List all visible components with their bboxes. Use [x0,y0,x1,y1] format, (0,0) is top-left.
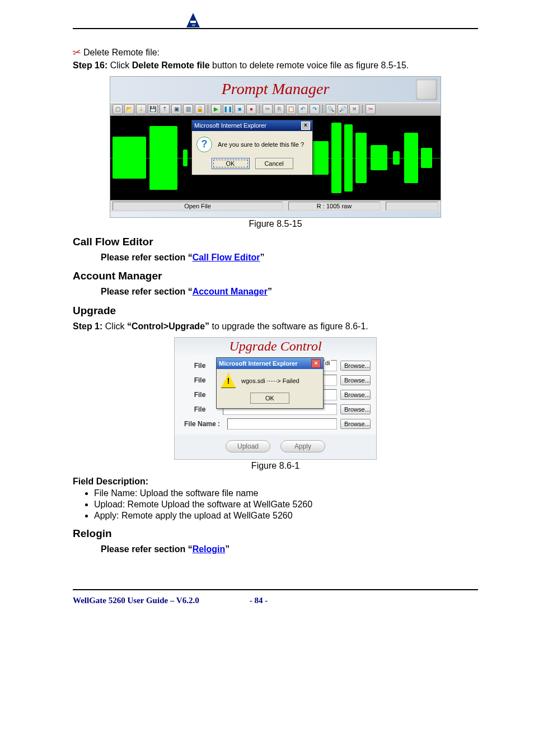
link-call-flow-editor[interactable]: Call Flow Editor [193,253,260,262]
tb-copysel-icon[interactable]: ▥ [183,104,193,114]
step1-label: Step 1: [73,321,102,331]
prompt-manager-title: Prompt Manager [222,80,330,97]
heading-account-manager: Account Manager [73,270,478,282]
cfe-text-a: Please refer section “ [101,253,193,262]
step1-text-a: Click [102,321,127,331]
tb-delete-remote-icon[interactable]: ✂ [366,104,376,114]
file-label-2: File [180,391,219,399]
close-icon[interactable]: × [301,122,310,130]
prompt-manager-toolbar: ▢ 📂 ⇣ 💾 ⇡ ▣ ▥ 🔒 ▶ ❚❚ ■ ● ✂ ⎘ 📋 ↶ ↷ [110,102,441,116]
dialog-title: Microsoft Internet Explorer [194,122,266,129]
svg-rect-0 [190,21,196,23]
field-desc-item-2: Apply: Remote apply the upload at WellGa… [94,511,478,521]
confirm-delete-dialog: Microsoft Internet Explorer × ? Are you … [191,120,313,175]
status-empty [386,202,438,211]
tb-record-icon[interactable]: ● [246,104,256,114]
file-label-1: File [180,376,219,384]
up-dialog-title: Microsoft Internet Explorer [219,360,298,367]
figure-8-6-1: Upgrade Control File Browse... File Brow… [73,337,478,471]
waveform-area: Microsoft Internet Explorer × ? Are you … [110,116,441,200]
field-desc-item-1: Upload: Remote Upload the software at We… [94,500,478,510]
file-label-3: File [180,405,219,413]
ok-button[interactable]: OK [250,393,289,404]
close-icon[interactable]: × [311,359,321,368]
tb-stop-icon[interactable]: ■ [235,104,245,114]
relogin-text-b: ” [225,544,229,554]
upgrade-control-title: Upgrade Control [175,338,376,357]
tb-new-icon[interactable]: ▢ [113,104,123,114]
tb-open-icon[interactable]: 📂 [124,104,134,114]
file-label-0: File [180,362,219,370]
field-desc-item-0: File Name: Upload the software file name [94,488,478,498]
step1-text-b: to upgrade the software as figure 8.6-1. [209,321,368,331]
tb-copywin-icon[interactable]: ▣ [171,104,181,114]
scissors-icon: ✂ [72,45,82,60]
footer-page: - 84 - [250,596,268,605]
tb-play-icon[interactable]: ▶ [211,104,221,114]
cfe-text-b: ” [260,253,265,262]
tb-save-icon[interactable]: 💾 [148,104,158,114]
welltech-logo-icon: W [182,10,204,32]
tb-zoomin-icon[interactable]: 🔍 [326,104,336,114]
heading-relogin: Relogin [73,528,478,540]
status-right: R : 1005 raw [288,202,380,211]
tb-pause-icon[interactable]: ❚❚ [223,104,233,114]
input-trailing-text: di [325,360,331,366]
field-description-heading: Field Description: [73,475,478,488]
file-name-label: File Name : [180,420,224,428]
tb-cut-icon[interactable]: ✂ [263,104,273,114]
browse-button-2[interactable]: Browse... [340,390,371,400]
heading-call-flow-editor: Call Flow Editor [73,236,478,248]
dialog-message: Are you sure to delete this file ? [218,141,304,148]
apply-button[interactable]: Apply [280,440,325,452]
figure-8-6-1-caption: Figure 8.6-1 [73,461,478,471]
upload-button[interactable]: Upload [226,440,270,452]
ok-button[interactable]: OK [212,158,250,169]
delete-remote-heading: Delete Remote file: [83,46,160,59]
browse-button-4[interactable]: Browse... [340,419,371,429]
tb-saveas-icon[interactable]: ⇡ [160,104,170,114]
cancel-button[interactable]: Cancel [255,158,293,169]
tb-lock-icon[interactable]: 🔒 [195,104,205,114]
browse-button-0[interactable]: Browse... [340,361,371,371]
figure-8-5-15-caption: Figure 8.5-15 [73,219,478,229]
heading-upgrade: Upgrade [73,305,478,317]
step16-text-a: Click [107,60,132,70]
tb-zoomout-icon[interactable]: 🔎 [338,104,348,114]
footer-left: WellGate 5260 User Guide – V6.2.0 [73,596,199,605]
am-text-b: ” [268,287,272,296]
tb-copy-icon[interactable]: ⎘ [274,104,284,114]
step16-action: Delete Remote file [132,60,210,70]
am-text-a: Please refer section “ [101,287,193,296]
tb-redo-icon[interactable]: ↷ [310,104,320,114]
step1-action: “Control>Upgrade” [127,321,209,331]
warning-icon: ! [221,374,236,388]
tb-download-icon[interactable]: ⇣ [136,104,146,114]
tb-undo-icon[interactable]: ↶ [298,104,308,114]
up-dialog-message: wgos.sdi ······> Failed [241,377,299,384]
figure-8-5-15: Prompt Manager ▢ 📂 ⇣ 💾 ⇡ ▣ ▥ 🔒 ▶ ❚❚ ■ ● … [73,76,478,229]
question-icon: ? [196,137,212,152]
status-bar: Open File R : 1005 raw [110,200,441,212]
status-left: Open File [113,202,283,211]
link-account-manager[interactable]: Account Manager [193,287,268,296]
browse-button-3[interactable]: Browse... [340,404,371,414]
tb-zoomfit-icon[interactable]: ⤧ [349,104,359,114]
decorative-corner [416,79,437,100]
step16-text-b: button to delete remote voice file as fi… [210,60,409,70]
step16-label: Step 16: [73,60,107,70]
tb-paste-icon[interactable]: 📋 [286,104,296,114]
link-relogin[interactable]: Relogin [193,544,226,554]
file-name-input[interactable] [227,418,337,430]
browse-button-1[interactable]: Browse... [340,375,371,385]
upgrade-failed-dialog: Microsoft Internet Explorer × ! wgos.sdi… [216,357,324,409]
relogin-text-a: Please refer section “ [101,544,193,554]
